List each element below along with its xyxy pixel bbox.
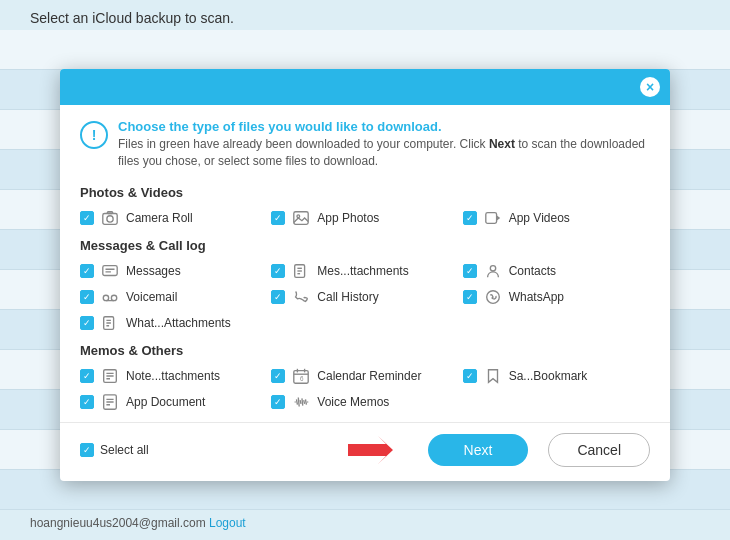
modal-footer: Select all Next Cancel <box>60 422 670 481</box>
item-contacts: Contacts <box>463 261 650 281</box>
select-all-area: Select all <box>80 443 149 457</box>
bookmark-label: Sa...Bookmark <box>509 369 588 383</box>
call-history-label: Call History <box>317 290 378 304</box>
camera-roll-icon <box>100 208 120 228</box>
calendar-label: Calendar Reminder <box>317 369 421 383</box>
checkbox-app-photos[interactable] <box>271 211 285 225</box>
checkbox-what-attachments[interactable] <box>80 316 94 330</box>
modal-overlay: × ! Choose the type of files you would l… <box>0 0 730 540</box>
modal-header: × <box>60 69 670 105</box>
item-app-videos: App Videos <box>463 208 650 228</box>
item-voicemail: Voicemail <box>80 287 267 307</box>
info-banner: ! Choose the type of files you would lik… <box>80 119 650 170</box>
close-button[interactable]: × <box>640 77 660 97</box>
calendar-icon: 6 <box>291 366 311 386</box>
svg-line-41 <box>304 400 305 404</box>
checkbox-voicemail[interactable] <box>80 290 94 304</box>
info-title: Choose the type of files you would like … <box>118 119 650 134</box>
checkbox-call-history[interactable] <box>271 290 285 304</box>
app-videos-icon <box>483 208 503 228</box>
camera-roll-label: Camera Roll <box>126 211 193 225</box>
modal-body: ! Choose the type of files you would lik… <box>60 105 670 413</box>
checkbox-voice-memos[interactable] <box>271 395 285 409</box>
call-history-icon <box>291 287 311 307</box>
item-voice-memos: Voice Memos <box>271 392 458 412</box>
section-title-photos: Photos & Videos <box>80 185 650 200</box>
info-desc-next: Next <box>489 137 515 151</box>
checkbox-whatsapp[interactable] <box>463 290 477 304</box>
svg-rect-2 <box>107 212 112 214</box>
app-videos-label: App Videos <box>509 211 570 225</box>
contacts-label: Contacts <box>509 264 556 278</box>
checkbox-contacts[interactable] <box>463 264 477 278</box>
svg-line-39 <box>300 400 301 404</box>
whatsapp-label: WhatsApp <box>509 290 564 304</box>
checkbox-mes-attachments[interactable] <box>271 264 285 278</box>
checkbox-bookmark[interactable] <box>463 369 477 383</box>
app-document-icon <box>100 392 120 412</box>
select-all-label: Select all <box>100 443 149 457</box>
next-button[interactable]: Next <box>428 434 529 466</box>
item-messages: Messages <box>80 261 267 281</box>
mes-attachments-icon <box>291 261 311 281</box>
item-calendar: 6 Calendar Reminder <box>271 366 458 386</box>
footer-buttons: Next Cancel <box>348 433 650 467</box>
whatsapp-icon <box>483 287 503 307</box>
contacts-icon <box>483 261 503 281</box>
voicemail-icon <box>100 287 120 307</box>
checkbox-note-attachments[interactable] <box>80 369 94 383</box>
item-whatsapp: WhatsApp <box>463 287 650 307</box>
memos-grid: Note...ttachments 6 Calendar R <box>80 366 650 412</box>
app-document-label: App Document <box>126 395 205 409</box>
info-icon: ! <box>80 121 108 149</box>
svg-marker-44 <box>348 436 393 464</box>
svg-rect-5 <box>485 213 496 224</box>
info-desc-prefix: Files in green have already been downloa… <box>118 137 489 151</box>
item-mes-attachments: Mes...ttachments <box>271 261 458 281</box>
svg-point-16 <box>111 295 116 300</box>
checkbox-messages[interactable] <box>80 264 94 278</box>
svg-marker-6 <box>496 216 500 221</box>
svg-line-42 <box>306 400 307 405</box>
item-app-photos: App Photos <box>271 208 458 228</box>
checkbox-camera-roll[interactable] <box>80 211 94 225</box>
svg-point-14 <box>490 266 495 271</box>
item-app-document: App Document <box>80 392 267 412</box>
messages-icon <box>100 261 120 281</box>
arrow-icon <box>348 434 408 466</box>
svg-rect-7 <box>103 266 117 276</box>
bookmark-icon <box>483 366 503 386</box>
modal-dialog: × ! Choose the type of files you would l… <box>60 69 670 482</box>
photos-grid: Camera Roll App Photos <box>80 208 650 228</box>
select-all-checkbox[interactable] <box>80 443 94 457</box>
item-note-attachments: Note...ttachments <box>80 366 267 386</box>
checkbox-calendar[interactable] <box>271 369 285 383</box>
cancel-button[interactable]: Cancel <box>548 433 650 467</box>
svg-point-15 <box>103 295 108 300</box>
checkbox-app-videos[interactable] <box>463 211 477 225</box>
item-call-history: Call History <box>271 287 458 307</box>
item-camera-roll: Camera Roll <box>80 208 267 228</box>
item-what-attachments: What...Attachments <box>80 313 267 333</box>
svg-line-38 <box>299 398 300 407</box>
svg-line-40 <box>302 399 303 406</box>
voice-memos-icon <box>291 392 311 412</box>
note-attachments-label: Note...ttachments <box>126 369 220 383</box>
info-desc: Files in green have already been downloa… <box>118 136 650 170</box>
item-bookmark: Sa...Bookmark <box>463 366 650 386</box>
info-text-block: Choose the type of files you would like … <box>118 119 650 170</box>
section-title-memos: Memos & Others <box>80 343 650 358</box>
section-title-messages: Messages & Call log <box>80 238 650 253</box>
svg-point-4 <box>297 215 300 218</box>
messages-label: Messages <box>126 264 181 278</box>
voice-memos-label: Voice Memos <box>317 395 389 409</box>
checkbox-app-document[interactable] <box>80 395 94 409</box>
svg-rect-3 <box>294 212 308 225</box>
svg-point-1 <box>107 216 113 222</box>
note-attachments-icon <box>100 366 120 386</box>
what-attachments-label: What...Attachments <box>126 316 231 330</box>
app-photos-label: App Photos <box>317 211 379 225</box>
svg-text:6: 6 <box>300 375 304 382</box>
mes-attachments-label: Mes...ttachments <box>317 264 408 278</box>
messages-grid: Messages Mes...ttachments <box>80 261 650 333</box>
